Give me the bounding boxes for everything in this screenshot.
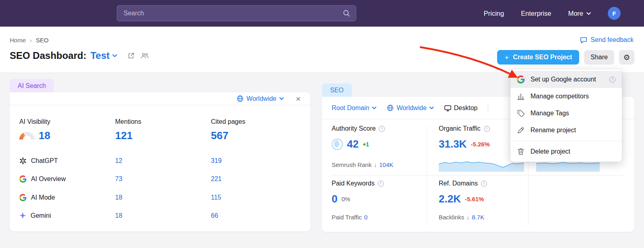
organic-traffic-label: Organic Traffic i — [439, 125, 490, 132]
mentions-total-value: 121 — [115, 129, 132, 142]
scope-selector[interactable]: Root Domain — [332, 104, 376, 112]
top-navigation-bar: Pricing Enterprise More F — [0, 0, 644, 27]
project-selector[interactable]: Test — [91, 50, 118, 61]
ai-row-label-text: AI Mode — [31, 194, 55, 201]
breadcrumb: Home › SEO — [10, 37, 49, 44]
authority-delta: +1 — [363, 141, 369, 148]
scope-label: Root Domain — [332, 104, 369, 112]
seo-region-label: Worldwide — [396, 104, 426, 112]
close-icon[interactable]: × — [296, 94, 301, 103]
backlinks-value[interactable]: 8.7K — [472, 214, 484, 221]
menu-item-setup-google-account[interactable]: Set up Google account i — [510, 71, 622, 88]
nav-enterprise[interactable]: Enterprise — [521, 10, 551, 17]
paid-keywords-label: Paid Keywords i — [332, 180, 384, 187]
chevron-down-icon — [112, 54, 117, 57]
info-icon[interactable]: i — [378, 181, 384, 187]
paid-traffic-value[interactable]: 0 — [364, 214, 367, 221]
top-nav-links: Pricing Enterprise More F — [484, 0, 621, 27]
menu-item-manage-tags[interactable]: Manage Tags — [510, 105, 622, 122]
search-input[interactable] — [117, 6, 337, 21]
title-icon-group — [128, 52, 149, 59]
ai-row-mentions[interactable]: 18 — [115, 188, 122, 206]
organic-traffic-value: 31.3K -5.26% — [439, 138, 490, 150]
ai-row-mentions[interactable]: 12 — [115, 152, 122, 170]
settings-gear-button[interactable]: ⚙ — [619, 50, 634, 65]
menu-item-rename-project[interactable]: Rename project — [510, 122, 622, 139]
tab-ai-search[interactable]: AI Search — [10, 79, 54, 92]
send-feedback-label: Send feedback — [590, 36, 634, 44]
chatgpt-icon — [19, 157, 27, 165]
down-arrow-icon: ↓ — [466, 214, 469, 221]
ref-domains-delta: -5.61% — [465, 196, 484, 202]
send-feedback-link[interactable]: Send feedback — [580, 36, 634, 44]
menu-divider — [510, 141, 622, 141]
info-icon[interactable]: i — [609, 77, 615, 83]
menu-item-label: Manage Tags — [530, 110, 569, 117]
authority-gauge-icon — [332, 139, 343, 150]
col-header-ai-visibility: AI Visibility — [19, 118, 50, 125]
tab-seo[interactable]: SEO — [322, 83, 352, 97]
info-icon[interactable]: i — [379, 126, 385, 132]
create-seo-project-button[interactable]: + Create SEO Project — [497, 50, 579, 65]
chevron-down-icon — [279, 97, 284, 100]
menu-item-manage-competitors[interactable]: Manage competitors — [510, 88, 622, 105]
ai-row-gemini: Gemini 18 66 — [10, 206, 310, 225]
semrush-rank-value[interactable]: 104K — [379, 161, 393, 168]
google-icon — [517, 75, 525, 83]
menu-item-label: Set up Google account — [530, 76, 596, 83]
ai-search-card: Worldwide × AI Visibility Mentions Cited… — [10, 92, 310, 231]
global-search[interactable] — [117, 5, 356, 21]
ai-card-header: Worldwide × — [10, 92, 310, 105]
ai-row-label-text: ChatGPT — [31, 157, 58, 165]
share-button[interactable]: Share — [584, 50, 614, 65]
grid-divider-horizontal — [332, 175, 625, 175]
ai-region-selector[interactable]: Worldwide — [237, 95, 283, 102]
ai-row-label-text: AI Overview — [31, 175, 66, 183]
device-label: Desktop — [454, 104, 478, 112]
pencil-icon — [517, 126, 525, 134]
semrush-rank: Semrush Rank ↓ 104K — [332, 161, 393, 168]
avatar[interactable]: F — [608, 7, 621, 20]
globe-icon — [387, 104, 394, 111]
menu-item-label: Delete project — [530, 148, 570, 155]
feedback-bubble-icon — [580, 37, 587, 44]
ai-region-label: Worldwide — [246, 95, 276, 102]
ai-row-cited[interactable]: 66 — [211, 206, 218, 225]
header-actions: + Create SEO Project Share ⚙ — [497, 50, 634, 65]
paid-keywords-value: 0 0% — [332, 193, 350, 205]
ai-row-mentions[interactable]: 18 — [115, 206, 122, 225]
ai-row-cited[interactable]: 115 — [211, 188, 221, 206]
breadcrumb-home[interactable]: Home — [10, 37, 26, 44]
nav-pricing[interactable]: Pricing — [484, 10, 504, 17]
menu-item-label: Manage competitors — [530, 93, 589, 100]
title-row: SEO Dashboard: Test + Create SEO Project… — [10, 50, 634, 66]
open-in-new-icon[interactable] — [128, 52, 134, 59]
info-icon[interactable]: i — [481, 181, 487, 187]
paid-delta: 0% — [341, 196, 350, 202]
breadcrumb-seo[interactable]: SEO — [36, 37, 49, 44]
chevron-down-icon — [429, 106, 434, 109]
menu-item-delete-project[interactable]: Delete project — [510, 143, 622, 160]
breadcrumb-separator-icon: › — [30, 37, 32, 44]
nav-more[interactable]: More — [568, 10, 591, 17]
authority-score-label: Authority Score i — [332, 125, 385, 132]
google-icon — [19, 194, 27, 201]
ai-row-cited[interactable]: 221 — [211, 170, 222, 188]
seo-region-selector[interactable]: Worldwide — [387, 104, 433, 112]
info-icon[interactable]: i — [484, 126, 490, 132]
device-selector[interactable]: Desktop — [444, 104, 478, 112]
project-name: Test — [91, 50, 110, 61]
ref-domains-value: 2.2K -5.61% — [439, 193, 484, 205]
authority-score-value: 42 +1 — [332, 138, 369, 150]
cited-pages-total-value: 567 — [211, 129, 228, 142]
ai-row-cited[interactable]: 319 — [211, 152, 222, 170]
ai-row-mentions[interactable]: 73 — [115, 170, 122, 188]
search-icon[interactable] — [337, 6, 356, 21]
ref-domains-label: Ref. Domains i — [439, 180, 487, 187]
visibility-gauge-icon — [19, 132, 35, 140]
ai-row-label-text: Gemini — [31, 212, 51, 219]
menu-item-label: Rename project — [530, 127, 576, 134]
plus-icon: + — [504, 54, 509, 61]
gemini-icon — [19, 212, 26, 219]
share-users-icon[interactable] — [140, 52, 149, 59]
